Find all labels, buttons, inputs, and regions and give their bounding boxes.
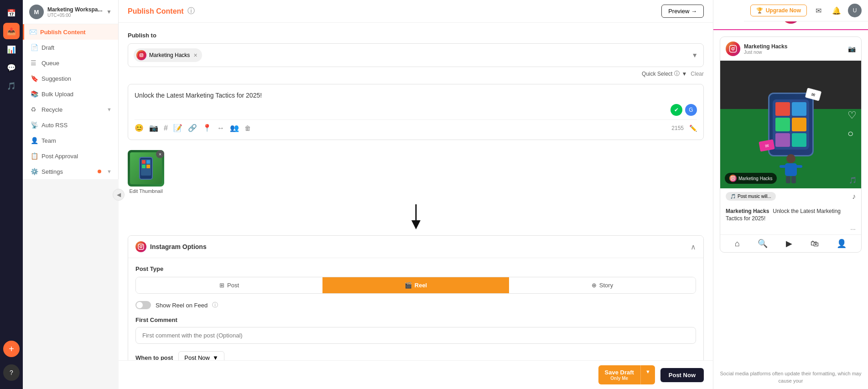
like-icon[interactable]: ♡ xyxy=(847,109,857,121)
ig-post-account-name: Marketing Hacks xyxy=(744,43,844,50)
hashtag-icon[interactable]: # xyxy=(164,124,168,132)
post-now-select[interactable]: Post Now ▼ xyxy=(178,351,224,360)
nav-item-settings[interactable]: ⚙️ Settings ▼ xyxy=(23,164,118,179)
nav-active-label: Publish Content xyxy=(40,29,86,36)
preview-button[interactable]: Preview → xyxy=(661,5,704,18)
first-comment-input[interactable] xyxy=(135,327,696,344)
save-draft-button[interactable]: Save Draft Only Me xyxy=(598,365,640,384)
reel-tab-label: Reel xyxy=(415,282,427,289)
svg-rect-18 xyxy=(730,46,737,52)
nav-item-draft[interactable]: 📄 Draft xyxy=(23,40,118,55)
account-chip-remove-button[interactable]: × xyxy=(193,52,197,59)
ig-nav-search-icon[interactable]: 🔍 xyxy=(758,239,768,249)
nav-item-bulk-upload[interactable]: 📚 Bulk Upload xyxy=(23,86,118,102)
ig-nav-profile-icon[interactable]: 👤 xyxy=(837,239,847,249)
instagram-options-collapse-icon[interactable]: ∧ xyxy=(691,243,696,251)
show-reel-info-icon[interactable]: ⓘ xyxy=(212,301,218,309)
svg-rect-8 xyxy=(142,165,146,168)
ig-more-dots[interactable]: ··· xyxy=(720,225,861,234)
ai-icon-blue[interactable]: G xyxy=(685,104,697,116)
publish-to-box[interactable]: Marketing Hacks × ▼ xyxy=(128,43,704,67)
first-comment-label: First Comment xyxy=(135,316,696,323)
preview-disclaimer: Social media platforms often update thei… xyxy=(713,366,868,389)
show-reel-on-feed-toggle[interactable] xyxy=(135,301,151,309)
add-workspace-button[interactable]: + xyxy=(3,341,20,357)
svg-rect-22 xyxy=(785,163,797,176)
publish-to-dropdown-button[interactable]: ▼ xyxy=(691,52,698,59)
svg-point-19 xyxy=(732,47,734,50)
sidebar-icon-publish[interactable]: 📤 xyxy=(3,23,20,39)
sidebar-icon-media[interactable]: 🎵 xyxy=(3,78,20,94)
account-chip-name: Marketing Hacks xyxy=(149,52,190,58)
team-icon: 👤 xyxy=(31,137,38,144)
user-avatar-button[interactable]: U xyxy=(848,4,862,17)
workspace-selector[interactable]: M Marketing Workspa... UTC+05:00 ▼ xyxy=(23,0,118,24)
messages-button[interactable]: ✉ xyxy=(811,4,825,17)
nav-item-publish-content[interactable]: ✉️ Publish Content xyxy=(23,24,118,40)
edit-caption-icon[interactable]: ✏️ xyxy=(689,124,697,132)
preview-label: Preview → xyxy=(668,8,697,15)
ig-post-caption-account: Marketing Hacks xyxy=(726,208,769,214)
notifications-button[interactable]: 🔔 xyxy=(830,4,843,17)
ig-nav-home-icon[interactable]: ⌂ xyxy=(735,239,740,249)
svg-rect-6 xyxy=(142,160,146,164)
settings-chevron-icon: ▼ xyxy=(107,169,112,174)
svg-rect-27 xyxy=(731,176,735,180)
clear-button[interactable]: Clear xyxy=(691,71,704,77)
nav-item-recycle[interactable]: ♻ Recycle ▼ xyxy=(23,102,118,117)
nav-item-post-approval[interactable]: 📋 Post Approval xyxy=(23,148,118,164)
ig-post-account-info: Marketing Hacks Just now xyxy=(744,43,844,55)
post-type-tab-story[interactable]: ⊕ Story xyxy=(509,277,696,293)
nav-item-label-queue: Queue xyxy=(42,60,59,67)
ig-nav-shop-icon[interactable]: 🛍 xyxy=(811,239,819,249)
sidebar-icon-inbox[interactable]: 💬 xyxy=(3,59,20,76)
thumbnail-remove-button[interactable]: × xyxy=(156,150,164,158)
help-circle-icon[interactable]: ⓘ xyxy=(187,6,195,16)
post-now-button[interactable]: Post Now xyxy=(660,368,704,382)
workspace-name: Marketing Workspa... xyxy=(47,6,103,13)
sidebar-icon-calendar[interactable]: 📅 xyxy=(3,5,20,21)
quick-select-row: Quick Select ⓘ ▼ Clear xyxy=(128,70,704,78)
ig-music-icon: 🎵 xyxy=(849,176,857,184)
ig-nav-reels-icon[interactable]: ▶ xyxy=(786,239,792,249)
link-icon[interactable]: 🔗 xyxy=(188,124,197,132)
caption-text: Unlock the Latest Marketing Tactics for … xyxy=(135,91,697,100)
workspace-avatar: M xyxy=(29,5,44,19)
save-draft-dropdown-button[interactable]: ▼ xyxy=(640,365,655,384)
post-type-tab-reel[interactable]: 🎬 Reel xyxy=(322,277,509,293)
instagram-options-section: Instagram Options ∧ Post Type ⊞ Post 🎬 R… xyxy=(128,235,704,360)
upgrade-now-button[interactable]: 🏆 Upgrade Now xyxy=(750,5,807,16)
nav-item-label-post-approval: Post Approval xyxy=(42,153,78,160)
delete-caption-icon[interactable]: 🗑 xyxy=(244,124,251,132)
nav-item-label-team: Team xyxy=(42,137,56,144)
post-type-tabs: ⊞ Post 🎬 Reel ⊕ Story xyxy=(135,277,696,294)
ig-music-note-icon[interactable]: ♪ xyxy=(852,192,856,201)
nav-item-label-suggestion: Suggestion xyxy=(42,75,71,82)
ai-icon-green[interactable]: ✔ xyxy=(670,104,682,116)
recycle-icon: ♻ xyxy=(31,106,38,113)
caption-box: Unlock the Latest Marketing Tactics for … xyxy=(128,84,704,140)
nav-item-queue[interactable]: ☰ Queue xyxy=(23,55,118,71)
save-draft-label: Save Draft xyxy=(605,369,634,376)
caption-footer: 😊 📷 # 📝 🔗 📍 ↔ 👥 🗑 2155 ✏️ xyxy=(135,119,697,133)
ig-post-time: Just now xyxy=(744,50,844,55)
text-snippet-icon[interactable]: 📝 xyxy=(173,124,182,132)
emoji-icon[interactable]: 😊 xyxy=(135,124,144,132)
nav-item-auto-rss[interactable]: 📡 Auto RSS xyxy=(23,117,118,133)
ig-nav-bar: ⌂ 🔍 ▶ 🛍 👤 xyxy=(720,234,861,252)
preview-body: Marketing Hacks Just now 📷 xyxy=(713,30,868,366)
instagram-options-header[interactable]: Instagram Options ∧ xyxy=(128,236,703,258)
social-icon[interactable]: 👥 xyxy=(230,124,239,132)
media-tool-icon[interactable]: 📷 xyxy=(149,124,158,132)
help-button[interactable]: ? xyxy=(3,364,20,381)
nav-item-suggestion[interactable]: 🔖 Suggestion xyxy=(23,71,118,86)
post-now-select-label: Post Now xyxy=(184,354,210,360)
nav-item-team[interactable]: 👤 Team xyxy=(23,133,118,148)
post-type-tab-post[interactable]: ⊞ Post xyxy=(136,277,322,293)
comment-icon[interactable]: ○ xyxy=(847,128,857,140)
sidebar-icon-analytics[interactable]: 📊 xyxy=(3,41,20,57)
arrows-icon[interactable]: ↔ xyxy=(217,124,224,132)
quick-select-button[interactable]: Quick Select ⓘ ▼ xyxy=(642,70,687,78)
location-icon[interactable]: 📍 xyxy=(203,124,212,132)
collapse-sidebar-button[interactable]: ◀ xyxy=(113,189,125,201)
